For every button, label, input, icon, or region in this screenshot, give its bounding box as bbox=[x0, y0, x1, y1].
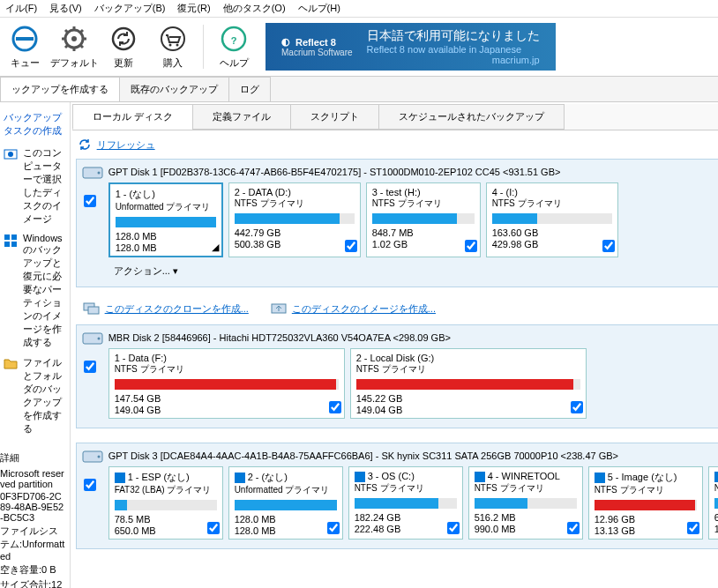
buy-button[interactable]: 購入 bbox=[148, 18, 198, 76]
disk1-part2-checkbox[interactable] bbox=[345, 240, 357, 252]
disk-3: GPT Disk 3 [DCAE84A4-4AAC-4A1B-B4A8-75AA… bbox=[76, 443, 718, 549]
defaults-button[interactable]: デフォルト bbox=[49, 18, 99, 76]
svg-point-17 bbox=[97, 172, 100, 175]
svg-text:?: ? bbox=[231, 35, 237, 46]
disk-2-title: MBR Disk 2 [58446966] - Hitachi HDT72503… bbox=[108, 332, 718, 343]
disk3-part3-checkbox[interactable] bbox=[447, 522, 460, 534]
windows-icon bbox=[235, 473, 245, 483]
disk1-part2[interactable]: 2 - DATA (D:) NTFS プライマリ 442.79 GB500.38… bbox=[228, 182, 361, 257]
menu-other[interactable]: 他のタスク(O) bbox=[223, 2, 286, 15]
disk2-part2-checkbox[interactable] bbox=[571, 401, 583, 413]
subtab-definition-files[interactable]: 定義ファイル bbox=[192, 104, 291, 130]
disk-icon bbox=[82, 449, 103, 466]
details-heading: 詳細 bbox=[0, 451, 66, 465]
defaults-label: デフォルト bbox=[50, 56, 99, 70]
tab-create-backup[interactable]: ックアップを作成する bbox=[0, 77, 120, 101]
help-label: ヘルプ bbox=[220, 56, 249, 70]
svg-point-5 bbox=[161, 27, 184, 50]
disk3-part2[interactable]: 2 - (なし) Unformatted プライマリ 128.0 MB128.0… bbox=[228, 466, 343, 540]
svg-rect-12 bbox=[4, 234, 10, 240]
tab-log[interactable]: ログ bbox=[228, 77, 271, 101]
reflect-icon: ◐ bbox=[281, 36, 290, 48]
menu-file[interactable]: イル(F) bbox=[5, 2, 37, 15]
svg-rect-14 bbox=[4, 242, 10, 247]
disk-2-checkbox[interactable] bbox=[84, 361, 96, 373]
svg-point-4 bbox=[113, 28, 134, 49]
disk2-part2[interactable]: 2 - Local Disk (G:) NTFS プライマリ 145.22 GB… bbox=[350, 348, 587, 419]
disk1-part1[interactable]: 1 - (なし) Unformatted プライマリ 128.0 MB128.0… bbox=[108, 182, 223, 257]
disk-icon bbox=[82, 331, 103, 348]
subtab-scheduled[interactable]: スケジュールされたバックアップ bbox=[378, 104, 565, 130]
rescue-label: キュー bbox=[11, 56, 40, 70]
toolbar: キュー デフォルト 更新 購入 ? ヘルプ ◐Reflect 8 Macrium… bbox=[0, 18, 718, 77]
menu-help[interactable]: ヘルプ(H) bbox=[298, 2, 340, 15]
disk-icon bbox=[82, 165, 103, 182]
disk1-links: このディスクのクローンを作成... このディスクのイメージを作成... bbox=[83, 301, 718, 316]
detail-size: サイズ合計:128.0 MB bbox=[0, 578, 66, 588]
refresh-link[interactable]: リフレッシュ bbox=[78, 138, 718, 152]
detail-partition-name: Microsoft reserved partition bbox=[0, 468, 66, 489]
menu-view[interactable]: 見る(V) bbox=[49, 2, 82, 15]
disk2-part1[interactable]: 1 - Data (F:) NTFS プライマリ 147.54 GB149.04… bbox=[108, 348, 345, 419]
content-tabstrip: ローカル ディスク 定義ファイル スクリプト スケジュールされたバックアップ bbox=[72, 104, 718, 130]
rescue-button[interactable]: キュー bbox=[0, 18, 49, 76]
disk3-part1-checkbox[interactable] bbox=[207, 522, 220, 534]
menu-backup[interactable]: バックアップ(B) bbox=[94, 2, 166, 15]
disk3-part4[interactable]: 4 - WINRETOOL NTFS プライマリ 516.2 MB990.0 M… bbox=[468, 466, 583, 540]
separator bbox=[203, 25, 204, 69]
svg-rect-15 bbox=[11, 242, 17, 247]
disk1-actions-dropdown[interactable]: アクション... ▾ bbox=[114, 264, 718, 278]
subtab-scripts[interactable]: スクリプト bbox=[290, 104, 379, 130]
menu-restore[interactable]: 復元(R) bbox=[177, 2, 210, 15]
update-label: 更新 bbox=[114, 56, 133, 70]
windows-icon bbox=[355, 472, 365, 482]
clone-disk-link[interactable]: このディスクのクローンを作成... bbox=[83, 301, 249, 316]
help-button[interactable]: ? ヘルプ bbox=[209, 18, 258, 76]
disk3-part3[interactable]: 3 - OS (C:) NTFS プライマリ 182.24 GB222.48 G… bbox=[348, 466, 463, 540]
promo-banner[interactable]: ◐Reflect 8 Macrium Software 日本語で利用可能になりま… bbox=[266, 23, 556, 71]
windows-icon bbox=[714, 472, 718, 482]
detail-free: 空き容量:0 B bbox=[0, 563, 66, 577]
windows-icon bbox=[475, 472, 485, 482]
sidebar: バックアップタスクの作成 このコンピューターで選択したディスクのイメージ Win… bbox=[0, 102, 71, 588]
task-image-selected-disks[interactable]: このコンピューターで選択したディスクのイメージ bbox=[0, 143, 66, 229]
disk1-part4-checkbox[interactable] bbox=[602, 240, 615, 252]
content-area: ローカル ディスク 定義ファイル スクリプト スケジュールされたバックアップ リ… bbox=[71, 102, 718, 588]
disk3-part1[interactable]: 1 - ESP (なし) FAT32 (LBA) プライマリ 78.5 MB65… bbox=[108, 466, 223, 540]
svg-point-11 bbox=[8, 152, 13, 157]
disk-3-title: GPT Disk 3 [DCAE84A4-4AAC-4A1B-B4A8-75AA… bbox=[108, 450, 718, 461]
update-button[interactable]: 更新 bbox=[99, 18, 148, 76]
task-image-windows-partitions[interactable]: Windowsのバックアップと復元に必要なパーティションのイメージを作成する bbox=[0, 229, 66, 353]
disk1-part3-checkbox[interactable] bbox=[465, 240, 477, 252]
menu-bar: イル(F) 見る(V) バックアップ(B) 復元(R) 他のタスク(O) ヘルプ… bbox=[0, 0, 718, 18]
svg-point-24 bbox=[97, 456, 100, 458]
disk3-part5[interactable]: 5 - Image (なし) NTFS プライマリ 12.96 GB13.13 … bbox=[588, 466, 703, 540]
disk-3-checkbox[interactable] bbox=[84, 479, 96, 491]
selected-icon: ◢ bbox=[212, 242, 219, 253]
sidebar-section-title: バックアップタスクの作成 bbox=[4, 111, 66, 138]
tab-existing-backup[interactable]: 既存のバックアップ bbox=[119, 77, 229, 101]
svg-point-3 bbox=[71, 36, 77, 41]
image-disk-link[interactable]: このディスクのイメージを作成... bbox=[270, 301, 436, 316]
disk3-part6[interactable]: 6 - DELLSUPPORT NTFS プライマリ 657.7 MB1.12 … bbox=[708, 466, 718, 540]
disk3-part2-checkbox[interactable] bbox=[327, 522, 340, 534]
disk3-part5-checkbox[interactable] bbox=[687, 522, 699, 534]
svg-point-22 bbox=[97, 338, 100, 340]
disk-2: MBR Disk 2 [58446966] - Hitachi HDT72503… bbox=[76, 324, 718, 428]
detail-filesystem: ファイルシステム:Unformatted bbox=[0, 525, 66, 562]
svg-point-7 bbox=[176, 43, 179, 46]
subtab-local-disk[interactable]: ローカル ディスク bbox=[72, 104, 193, 130]
detail-guid: 0F3FD706-2C89-48AB-9E52-BC5C3 bbox=[0, 491, 66, 523]
disk3-part4-checkbox[interactable] bbox=[567, 522, 580, 534]
buy-label: 購入 bbox=[163, 56, 183, 70]
svg-rect-19 bbox=[88, 307, 99, 314]
disk2-part1-checkbox[interactable] bbox=[329, 401, 341, 413]
main-tabstrip: ックアップを作成する 既存のバックアップ ログ bbox=[0, 77, 718, 102]
disk-1-title: GPT Disk 1 [FD02B378-13C6-4747-AB66-B5F4… bbox=[108, 167, 718, 177]
disk-1-checkbox[interactable] bbox=[84, 195, 96, 207]
disk1-part4[interactable]: 4 - (I:) NTFS プライマリ 163.60 GB429.98 GB bbox=[486, 182, 618, 257]
windows-icon bbox=[595, 473, 605, 483]
disk1-part3[interactable]: 3 - test (H:) NTFS プライマリ 848.7 MB1.02 GB bbox=[366, 182, 481, 257]
task-file-folder-backup[interactable]: ファイルとフォルダのバックアップを作成する bbox=[0, 353, 66, 439]
windows-icon bbox=[115, 473, 125, 483]
